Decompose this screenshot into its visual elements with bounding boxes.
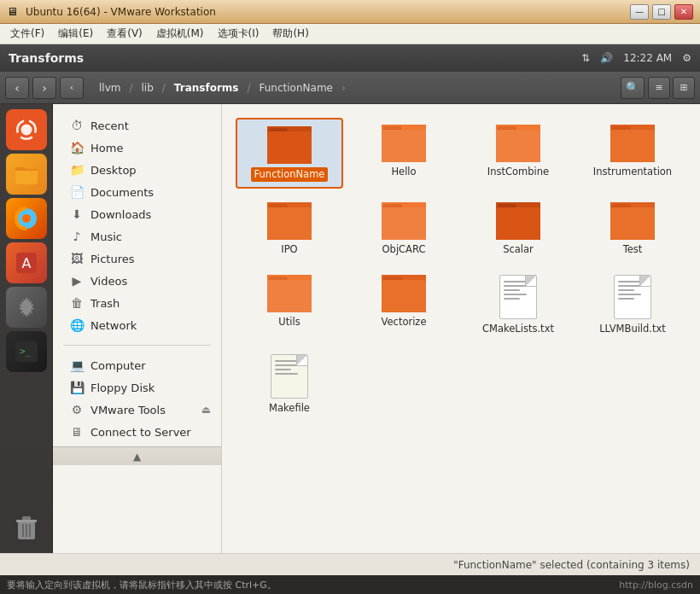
text-line-3 <box>618 289 634 291</box>
sidebar-label-network: Network <box>90 319 137 332</box>
sort-icon[interactable]: ⇅ <box>581 52 590 64</box>
file-item-llvmbuild[interactable]: LLVMBuild.txt <box>579 268 686 341</box>
sidebar-item-recent[interactable]: ⏱ Recent <box>53 114 221 137</box>
search-button[interactable]: 🔍 <box>621 77 645 99</box>
up-button[interactable]: ‹ <box>60 77 84 99</box>
sidebar-item-computer[interactable]: 💻 Computer <box>53 354 221 376</box>
minimize-button[interactable]: — <box>630 4 649 20</box>
menu-help[interactable]: 帮助(H) <box>265 25 315 43</box>
file-item-objcarc[interactable]: ObjCARC <box>350 195 458 261</box>
breadcrumb-llvm[interactable]: llvm <box>92 79 127 96</box>
file-item-ipo[interactable]: IPO <box>236 195 343 261</box>
videos-icon: ▶ <box>70 274 84 288</box>
dock-item-trash[interactable] <box>6 507 47 548</box>
breadcrumb-lib[interactable]: lib <box>135 79 160 96</box>
documents-icon: 📄 <box>70 185 84 199</box>
close-button[interactable]: ✕ <box>674 4 693 20</box>
volume-icon[interactable]: 🔊 <box>600 52 613 64</box>
svg-rect-15 <box>16 520 37 522</box>
folder-icon-vectorize <box>382 275 426 312</box>
breadcrumb-functionname[interactable]: FunctionName <box>253 79 340 96</box>
sidebar-item-videos[interactable]: ▶ Videos <box>53 270 221 292</box>
dock-item-software[interactable]: A <box>6 242 47 283</box>
app-icon: 🖥 <box>7 5 20 19</box>
menu-file[interactable]: 文件(F) <box>3 25 51 43</box>
firefox-icon <box>14 206 39 231</box>
file-item-instcombine[interactable]: InstCombine <box>464 118 572 189</box>
main-window: Transforms ⇅ 🔊 12:22 AM ⚙ ‹ › ‹ llvm / l… <box>0 44 700 575</box>
breadcrumb-transforms[interactable]: Transforms <box>167 79 246 96</box>
back-button[interactable]: ‹ <box>5 77 29 99</box>
trash-icon <box>15 514 38 541</box>
dock-item-ubuntu[interactable] <box>6 109 47 150</box>
settings-gear-icon[interactable]: ⚙ <box>682 52 691 64</box>
system-bar: 要将输入定向到该虚拟机，请将鼠标指针移入其中或按 Ctrl+G。 http://… <box>0 575 700 594</box>
trash-sidebar-icon: 🗑 <box>70 296 84 310</box>
file-item-instrumentation[interactable]: Instrumentation <box>579 118 686 189</box>
sidebar-item-network[interactable]: 🌐 Network <box>53 314 221 336</box>
maximize-button[interactable]: □ <box>652 4 671 20</box>
grid-view-button[interactable]: ⊞ <box>673 77 695 99</box>
sidebar-label-documents: Documents <box>90 186 154 199</box>
sidebar-item-pictures[interactable]: 🖼 Pictures <box>53 248 221 270</box>
folder-icon-hello <box>382 125 426 162</box>
file-label-hello: Hello <box>391 166 416 178</box>
menu-edit[interactable]: 编辑(E) <box>51 25 100 43</box>
status-text: "FunctionName" selected (containing 3 it… <box>453 559 690 571</box>
sidebar-item-home[interactable]: 🏠 Home <box>53 137 221 159</box>
dock-item-terminal[interactable]: >_ <box>6 331 47 372</box>
folder-icon-instcombine <box>496 125 540 162</box>
file-item-makefile[interactable]: Makefile <box>236 347 343 420</box>
file-item-utils[interactable]: Utils <box>236 268 343 341</box>
breadcrumb-sep-3: / <box>247 82 250 94</box>
sidebar-label-floppy: Floppy Disk <box>90 381 155 394</box>
menu-vm[interactable]: 虚拟机(M) <box>149 25 211 43</box>
dock-item-firefox[interactable] <box>6 198 47 239</box>
sidebar-item-trash[interactable]: 🗑 Trash <box>53 292 221 314</box>
sidebar-item-documents[interactable]: 📄 Documents <box>53 181 221 203</box>
system-bar-url: http://blog.csdn <box>619 579 693 591</box>
menu-tab[interactable]: 选项卡(I) <box>211 25 266 43</box>
file-item-functionname[interactable]: FunctionName <box>236 118 343 189</box>
text-line-1 <box>275 360 298 362</box>
forward-button[interactable]: › <box>32 77 56 99</box>
text-line-5 <box>504 298 520 300</box>
list-view-button[interactable]: ≡ <box>648 77 670 99</box>
menu-view[interactable]: 查看(V) <box>100 25 149 43</box>
network-icon: 🌐 <box>70 318 84 332</box>
eject-icon[interactable]: ⏏ <box>201 404 211 416</box>
sidebar-divider <box>63 345 211 346</box>
file-label-scalar: Scalar <box>503 243 534 256</box>
folder-icon-instrumentation <box>610 125 655 162</box>
ubuntu-logo-icon <box>15 118 38 142</box>
sidebar-scroll-down[interactable]: ▲ <box>53 446 221 465</box>
sidebar-item-vmware-tools[interactable]: ⚙ VMware Tools ⏏ <box>53 399 221 421</box>
sidebar-item-connect-server[interactable]: 🖥 Connect to Server <box>53 421 221 443</box>
svg-rect-5 <box>15 169 38 184</box>
text-file-icon-cmakelists <box>499 275 537 319</box>
window-title: Transforms <box>9 51 581 65</box>
sidebar-item-music[interactable]: ♪ Music <box>53 225 221 248</box>
sidebar-item-downloads[interactable]: ⬇ Downloads <box>53 203 221 225</box>
sidebar-item-floppy[interactable]: 💾 Floppy Disk <box>53 376 221 399</box>
dock-item-system-settings[interactable] <box>6 287 47 328</box>
text-line-2 <box>618 285 641 287</box>
window-header: Transforms ⇅ 🔊 12:22 AM ⚙ <box>0 44 700 72</box>
file-grid: FunctionName Hello InstCombi <box>232 114 690 423</box>
text-line-3 <box>504 289 520 291</box>
computer-icon: 💻 <box>70 358 84 372</box>
titlebar: 🖥 Ubuntu 16(64) - VMware Workstation — □… <box>0 0 700 24</box>
file-label-objcarc: ObjCARC <box>382 243 426 256</box>
clock: 12:22 AM <box>623 52 672 64</box>
file-item-hello[interactable]: Hello <box>350 118 458 189</box>
sidebar-item-desktop[interactable]: 📁 Desktop <box>53 159 221 181</box>
file-item-test[interactable]: Test <box>579 195 686 261</box>
file-area: FunctionName Hello InstCombi <box>222 104 700 553</box>
connect-server-icon: 🖥 <box>70 425 84 439</box>
file-item-scalar[interactable]: Scalar <box>464 195 572 261</box>
file-item-vectorize[interactable]: Vectorize <box>350 268 458 341</box>
file-item-cmakelists[interactable]: CMakeLists.txt <box>464 268 572 341</box>
breadcrumb-sep-4: › <box>341 82 346 94</box>
text-line-3 <box>275 369 291 370</box>
dock-item-files[interactable] <box>6 154 47 195</box>
